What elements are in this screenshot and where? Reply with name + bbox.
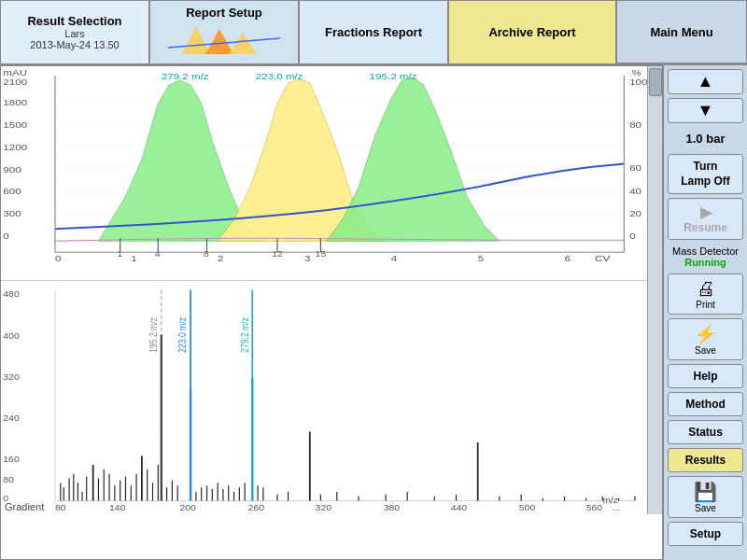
tab-report-label: Report Setup: [186, 6, 262, 20]
svg-text:40: 40: [629, 186, 641, 196]
svg-text:279.2 m/z: 279.2 m/z: [239, 317, 250, 353]
svg-text:900: 900: [3, 163, 21, 174]
print-button[interactable]: 🖨 Print: [668, 273, 743, 315]
scrollbar[interactable]: [647, 66, 662, 514]
report-mini-plot: [168, 21, 280, 59]
svg-marker-2: [229, 33, 257, 54]
svg-text:1: 1: [117, 249, 122, 259]
svg-text:400: 400: [3, 330, 19, 340]
svg-text:380: 380: [384, 503, 400, 512]
pressure-display: 1.0 bar: [668, 127, 743, 150]
svg-text:1500: 1500: [3, 119, 27, 130]
setup-button[interactable]: Setup: [668, 522, 743, 546]
svg-text:60: 60: [629, 161, 641, 172]
svg-text:279.2 m/z: 279.2 m/z: [162, 71, 210, 81]
tab-fractions-report[interactable]: Fractions Report: [299, 0, 448, 63]
method-button[interactable]: Method: [668, 392, 743, 416]
mass-detector-status: Mass Detector Running: [668, 244, 743, 270]
svg-text:8: 8: [204, 249, 209, 259]
resume-button[interactable]: ▶ Resume: [668, 198, 743, 240]
tab-result-date: 2013-May-24 13.50: [30, 39, 119, 50]
top-chart: 2100 1800 1500 1200 900 600 300 0 mAU 10…: [1, 66, 662, 281]
svg-text:0: 0: [55, 253, 61, 263]
main-menu-label: Main Menu: [650, 25, 712, 39]
save-button-1[interactable]: ⚡ Save: [668, 318, 743, 360]
svg-text:440: 440: [451, 503, 467, 512]
save-icon-2: 💾: [672, 481, 739, 503]
svg-text:320: 320: [316, 503, 331, 512]
lamp-off-label: Turn Lamp Off: [681, 160, 730, 188]
svg-text:0: 0: [629, 231, 635, 241]
printer-icon: 🖨: [672, 278, 739, 300]
gradient-label: Gradient: [5, 501, 44, 512]
svg-text:15: 15: [316, 249, 327, 259]
svg-text:80: 80: [55, 503, 66, 512]
svg-text:m/z: m/z: [602, 496, 618, 505]
svg-text:223.0 m/z: 223.0 m/z: [256, 71, 304, 81]
tab-archive-report[interactable]: Archive Report: [448, 0, 616, 63]
svg-text:4: 4: [155, 249, 161, 259]
scroll-up-button[interactable]: ▲: [668, 69, 743, 94]
right-sidebar: ▲ ▼ 1.0 bar Turn Lamp Off ▶ Resume Mass …: [663, 65, 747, 560]
main-menu-button[interactable]: Main Menu: [616, 0, 747, 63]
svg-text:560: 560: [586, 503, 602, 512]
svg-text:320: 320: [3, 372, 19, 382]
svg-text:0: 0: [3, 231, 8, 241]
svg-text:12: 12: [272, 249, 283, 259]
svg-text:260: 260: [248, 503, 264, 512]
svg-text:%: %: [632, 67, 642, 77]
svg-text:500: 500: [519, 503, 535, 512]
svg-text:1: 1: [131, 253, 136, 263]
svg-text:195.2 m/z: 195.2 m/z: [370, 71, 418, 81]
svg-text:300: 300: [3, 208, 21, 218]
svg-text:140: 140: [109, 503, 125, 512]
status-button[interactable]: Status: [668, 420, 743, 444]
svg-rect-55: [1, 281, 662, 514]
svg-text:1800: 1800: [3, 97, 27, 107]
svg-text:6: 6: [565, 253, 571, 263]
svg-text:CV: CV: [595, 253, 611, 263]
svg-text:mAU: mAU: [3, 67, 27, 77]
svg-text:3: 3: [304, 253, 310, 263]
lamp-off-button[interactable]: Turn Lamp Off: [668, 154, 743, 194]
svg-text:480: 480: [3, 289, 19, 299]
help-button[interactable]: Help: [668, 364, 743, 388]
svg-marker-0: [182, 26, 210, 54]
svg-text:240: 240: [3, 413, 19, 423]
bottom-chart: 480 400 320 240 160 80 0 80 140 200 260 …: [1, 281, 662, 514]
tab-archive-label: Archive Report: [488, 25, 575, 39]
svg-marker-1: [205, 29, 233, 54]
results-button[interactable]: Results: [668, 448, 743, 472]
svg-text:80: 80: [629, 119, 641, 130]
tab-result-user: Lars: [64, 28, 84, 39]
svg-text:600: 600: [3, 186, 21, 196]
tab-fractions-label: Fractions Report: [325, 25, 422, 39]
svg-text:223.0 m/z: 223.0 m/z: [177, 317, 189, 353]
svg-text:5: 5: [478, 253, 484, 263]
svg-text:1200: 1200: [3, 141, 27, 151]
svg-text:4: 4: [391, 253, 397, 263]
svg-text:2: 2: [218, 253, 223, 263]
svg-text:160: 160: [3, 455, 19, 464]
svg-text:200: 200: [180, 503, 196, 512]
svg-text:195.2 m/z: 195.2 m/z: [148, 317, 159, 353]
svg-text:100: 100: [629, 77, 647, 87]
svg-text:2100: 2100: [3, 77, 27, 87]
save-button-2[interactable]: 💾 Save: [668, 476, 743, 518]
save-icon-1: ⚡: [672, 323, 739, 345]
svg-text:20: 20: [629, 208, 641, 218]
scroll-down-button[interactable]: ▼: [668, 98, 743, 123]
tab-report-setup[interactable]: Report Setup: [149, 0, 299, 63]
svg-text:80: 80: [3, 475, 14, 484]
tab-result-title: Result Selection: [27, 14, 121, 28]
tab-result-selection[interactable]: Result Selection Lars 2013-May-24 13.50: [0, 0, 149, 63]
chart-area: 2100 1800 1500 1200 900 600 300 0 mAU 10…: [0, 65, 663, 560]
